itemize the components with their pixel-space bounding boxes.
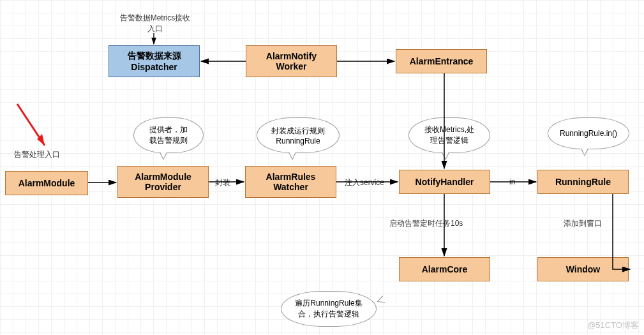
node-alarm-core: AlarmCore	[399, 257, 490, 281]
callout-metrics-entry: 告警数据Metrics接收 入口	[101, 13, 209, 34]
bubble-running: RunningRule.in()	[548, 117, 629, 149]
bubble-watcher-tail	[288, 153, 296, 160]
node-alarm-entrance: AlarmEntrance	[396, 49, 487, 73]
node-window: Window	[537, 257, 629, 281]
watermark: @51CTO博客	[587, 320, 639, 331]
node-alarm-rules-watcher: AlarmRules Watcher	[245, 166, 336, 198]
bubble-provider: 提供者，加 载告警规则	[133, 117, 204, 153]
node-alarm-notify-worker: AlarmNotify Worker	[246, 45, 337, 77]
edge-label-zhuru: 注入service	[345, 177, 384, 188]
bubble-notify-tail	[442, 153, 449, 160]
bubble-core: 遍历RunningRule集 合，执行告警逻辑	[281, 291, 377, 327]
edge-label-qidong: 启动告警定时任务10s	[389, 218, 463, 229]
node-notify-handler: NotifyHandler	[399, 170, 490, 194]
edge-label-tianjia: 添加到窗口	[564, 218, 602, 229]
node-dispatcher: 告警数据来源 Dispatcher	[109, 45, 200, 77]
edge-label-fengzhuang: 封装	[215, 177, 230, 188]
node-alarm-module-provider: AlarmModule Provider	[117, 166, 209, 198]
node-running-rule: RunningRule	[537, 170, 629, 194]
bubble-running-tail	[581, 149, 588, 156]
bubble-watcher: 封装成运行规则 RunningRule	[257, 117, 340, 153]
bubble-provider-tail	[160, 153, 167, 160]
red-pointer-arrow	[14, 101, 52, 157]
edge-label-in: in	[509, 177, 515, 186]
bubble-notify: 接收Metrics,处 理告警逻辑	[408, 117, 490, 153]
node-alarm-module: AlarmModule	[5, 171, 88, 195]
callout-process-entry: 告警处理入口	[14, 149, 60, 160]
